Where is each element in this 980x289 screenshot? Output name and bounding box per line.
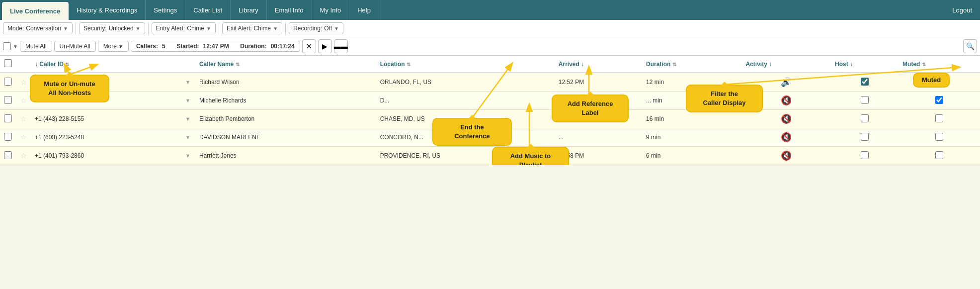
expand-row-icon[interactable]: ▼ <box>185 134 190 140</box>
recording-value: Off <box>324 25 332 32</box>
select-all-chevron-icon[interactable]: ▼ <box>13 44 18 49</box>
muted-badge: Muted <box>913 73 950 88</box>
favorite-star-icon[interactable]: ☆ <box>20 115 27 123</box>
security-dropdown[interactable]: Security: Unlocked ▼ <box>79 22 145 34</box>
stop-button[interactable]: ✕ <box>302 39 316 53</box>
table-row: ☆▼Michelle RichardsD...1...... min🔇 <box>0 92 980 110</box>
nav-live-conference[interactable]: Live Conference <box>2 2 69 20</box>
th-fav <box>16 56 31 73</box>
separator-2 <box>148 22 149 34</box>
toolbar-dropdowns: Mode: Conversation ▼ Security: Unlocked … <box>0 20 980 37</box>
recording-label: Recording: <box>293 25 322 32</box>
favorite-star-icon[interactable]: ☆ <box>20 152 27 160</box>
filter-caller-tooltip-text: Filter theCaller Display <box>703 90 746 106</box>
toolbar-controls: ▼ Mute All Un-Mute All More ▼ Callers: 5… <box>0 37 980 56</box>
add-reference-tooltip-text: Add ReferenceLabel <box>568 100 613 116</box>
favorite-star-icon[interactable]: ☆ <box>20 96 27 104</box>
exit-alert-dropdown[interactable]: Exit Alert: Chime ▼ <box>222 22 282 34</box>
row-select-checkbox[interactable] <box>4 151 12 159</box>
expand-row-icon[interactable]: ▼ <box>185 153 190 159</box>
th-arrived-sort-icon: ↓ <box>581 61 584 68</box>
nav-my-info[interactable]: My Info <box>312 0 350 20</box>
started-label: Started: <box>176 43 199 50</box>
host-cell <box>831 92 898 110</box>
th-caller-name[interactable]: Caller Name ⇅ <box>195 56 376 73</box>
nav-library[interactable]: Library <box>231 0 267 20</box>
caller-name-cell: Harriett Jones <box>195 147 376 165</box>
nav-help[interactable]: Help <box>349 0 379 20</box>
caller-id-cell: +1 (401) 793-2860 <box>31 147 180 165</box>
entry-alert-dropdown[interactable]: Entry Alert: Chime ▼ <box>152 22 216 34</box>
th-caller-id[interactable]: ↓ Caller ID ⇅ <box>31 56 180 73</box>
muted-checkbox[interactable] <box>935 114 943 122</box>
host-checkbox[interactable] <box>861 96 869 104</box>
duration-label: Duration: <box>240 43 266 50</box>
nav-history-recordings[interactable]: History & Recordings <box>69 0 146 20</box>
nav-caller-list[interactable]: Caller List <box>185 0 231 20</box>
muted-cell <box>898 92 980 110</box>
exit-alert-label: Exit Alert: <box>227 25 252 32</box>
th-activity[interactable]: Activity ↓ <box>742 56 831 73</box>
host-checkbox[interactable] <box>861 133 869 141</box>
add-music-tooltip: Add Music toPlaylist <box>492 147 569 165</box>
th-duration[interactable]: Duration ⇅ <box>642 56 741 73</box>
row-select-checkbox[interactable] <box>4 114 12 122</box>
nav-email-info[interactable]: Email Info <box>267 0 312 20</box>
row-select-checkbox[interactable] <box>4 96 12 104</box>
activity-icon: 🔊 <box>781 77 792 87</box>
play-button[interactable]: ▶ <box>318 39 332 53</box>
th-expand <box>180 56 195 73</box>
mode-value: Conversation <box>26 25 61 32</box>
muted-checkbox[interactable] <box>935 96 943 104</box>
header-select-checkbox[interactable] <box>4 59 12 67</box>
muted-checkbox[interactable] <box>935 133 943 141</box>
row-select-checkbox[interactable] <box>4 133 12 141</box>
end-conference-tooltip-text: End theConference <box>454 123 490 140</box>
activity-cell[interactable]: 🔇 <box>742 128 831 147</box>
logout-button[interactable]: Logout <box>944 0 980 20</box>
th-muted[interactable]: Muted ⇅ <box>898 56 980 73</box>
th-arrived[interactable]: Arrived ↓ <box>555 56 642 73</box>
nav-spacer <box>379 0 944 20</box>
mode-dropdown[interactable]: Mode: Conversation ▼ <box>3 22 73 34</box>
recording-dropdown[interactable]: Recording: Off ▼ <box>289 22 343 34</box>
mute-unmute-tooltip: Mute or Un-muteAll Non-Hosts <box>30 75 109 102</box>
expand-row-icon[interactable]: ▼ <box>185 116 190 122</box>
expand-row-icon[interactable]: ▼ <box>185 97 190 103</box>
location-cell: ORLANDO, FL, US <box>376 73 555 92</box>
unmute-all-button[interactable]: Un-Mute All <box>54 41 96 52</box>
favorite-star-icon[interactable]: ☆ <box>20 78 27 86</box>
duration-cell: 6 min <box>642 147 741 165</box>
th-location[interactable]: Location ⇅ <box>376 56 555 73</box>
nav-settings[interactable]: Settings <box>146 0 185 20</box>
th-host[interactable]: Host ↓ <box>831 56 898 73</box>
message-button[interactable]: ▬▬ <box>334 39 348 53</box>
muted-cell <box>898 147 980 165</box>
th-caller-name-sort-icon: ⇅ <box>236 62 240 67</box>
host-checkbox[interactable] <box>861 151 869 159</box>
mute-all-button[interactable]: Mute All <box>20 41 52 52</box>
started-time: 12:47 PM <box>203 43 229 50</box>
callers-table: ↓ Caller ID ⇅ Caller Name ⇅ Location ⇅ <box>0 56 980 165</box>
muted-checkbox[interactable] <box>935 151 943 159</box>
separator-3 <box>219 22 219 34</box>
host-cell <box>831 147 898 165</box>
th-activity-sort-icon: ↓ <box>769 61 772 68</box>
more-button[interactable]: More ▼ <box>98 41 129 52</box>
select-all-checkbox[interactable] <box>3 42 11 50</box>
favorite-star-icon[interactable]: ☆ <box>20 133 27 141</box>
activity-cell[interactable]: 🔇 <box>742 110 831 128</box>
search-button[interactable]: 🔍 <box>963 39 977 53</box>
arrived-cell: 12:52 PM <box>555 73 642 92</box>
mode-chevron-icon: ▼ <box>63 26 68 31</box>
row-select-checkbox[interactable] <box>4 78 12 86</box>
activity-cell[interactable]: 🔇 <box>742 147 831 165</box>
host-checkbox[interactable] <box>861 78 869 86</box>
end-conference-tooltip: End theConference <box>432 118 512 146</box>
top-nav: Live Conference History & Recordings Set… <box>0 0 980 20</box>
th-duration-sort-icon: ⇅ <box>672 62 676 67</box>
security-chevron-icon: ▼ <box>136 26 141 31</box>
separator-1 <box>76 22 76 34</box>
host-checkbox[interactable] <box>861 114 869 122</box>
expand-row-icon[interactable]: ▼ <box>185 79 190 85</box>
